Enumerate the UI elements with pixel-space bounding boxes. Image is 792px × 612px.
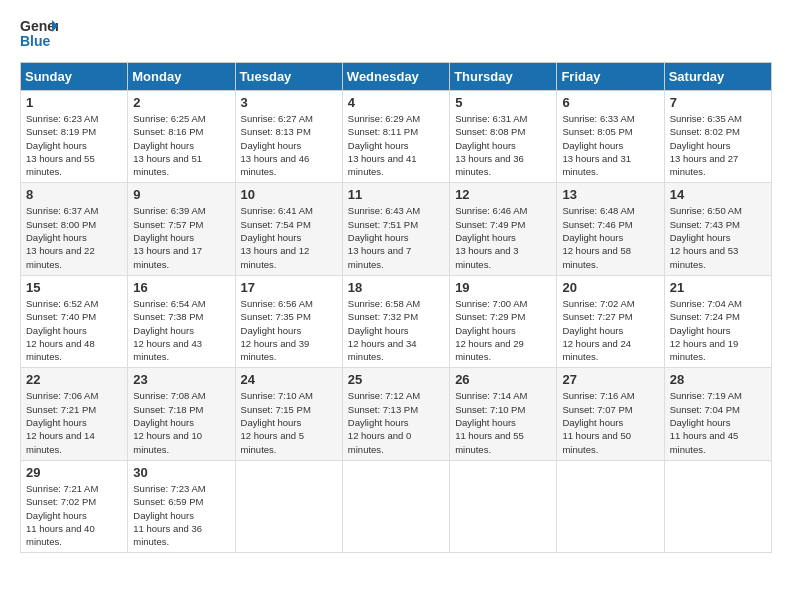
day-number: 9 bbox=[133, 187, 229, 202]
day-cell-26: 26 Sunrise: 7:14 AM Sunset: 7:10 PM Dayl… bbox=[450, 368, 557, 460]
day-number: 27 bbox=[562, 372, 658, 387]
day-header-friday: Friday bbox=[557, 63, 664, 91]
day-cell-4: 4 Sunrise: 6:29 AM Sunset: 8:11 PM Dayli… bbox=[342, 91, 449, 183]
svg-text:Blue: Blue bbox=[20, 33, 51, 49]
day-info: Sunrise: 7:16 AM Sunset: 7:07 PM Dayligh… bbox=[562, 389, 658, 455]
day-cell-20: 20 Sunrise: 7:02 AM Sunset: 7:27 PM Dayl… bbox=[557, 275, 664, 367]
day-info: Sunrise: 6:29 AM Sunset: 8:11 PM Dayligh… bbox=[348, 112, 444, 178]
day-info: Sunrise: 6:23 AM Sunset: 8:19 PM Dayligh… bbox=[26, 112, 122, 178]
day-info: Sunrise: 6:35 AM Sunset: 8:02 PM Dayligh… bbox=[670, 112, 766, 178]
day-cell-13: 13 Sunrise: 6:48 AM Sunset: 7:46 PM Dayl… bbox=[557, 183, 664, 275]
day-info: Sunrise: 6:56 AM Sunset: 7:35 PM Dayligh… bbox=[241, 297, 337, 363]
day-number: 26 bbox=[455, 372, 551, 387]
day-header-tuesday: Tuesday bbox=[235, 63, 342, 91]
week-row-2: 8 Sunrise: 6:37 AM Sunset: 8:00 PM Dayli… bbox=[21, 183, 772, 275]
day-info: Sunrise: 6:27 AM Sunset: 8:13 PM Dayligh… bbox=[241, 112, 337, 178]
day-info: Sunrise: 7:12 AM Sunset: 7:13 PM Dayligh… bbox=[348, 389, 444, 455]
day-header-thursday: Thursday bbox=[450, 63, 557, 91]
day-info: Sunrise: 7:04 AM Sunset: 7:24 PM Dayligh… bbox=[670, 297, 766, 363]
empty-cell bbox=[342, 460, 449, 552]
day-cell-24: 24 Sunrise: 7:10 AM Sunset: 7:15 PM Dayl… bbox=[235, 368, 342, 460]
day-cell-17: 17 Sunrise: 6:56 AM Sunset: 7:35 PM Dayl… bbox=[235, 275, 342, 367]
day-number: 29 bbox=[26, 465, 122, 480]
day-cell-9: 9 Sunrise: 6:39 AM Sunset: 7:57 PM Dayli… bbox=[128, 183, 235, 275]
week-row-5: 29 Sunrise: 7:21 AM Sunset: 7:02 PM Dayl… bbox=[21, 460, 772, 552]
day-cell-5: 5 Sunrise: 6:31 AM Sunset: 8:08 PM Dayli… bbox=[450, 91, 557, 183]
day-number: 3 bbox=[241, 95, 337, 110]
day-number: 11 bbox=[348, 187, 444, 202]
day-number: 5 bbox=[455, 95, 551, 110]
empty-cell bbox=[235, 460, 342, 552]
day-cell-8: 8 Sunrise: 6:37 AM Sunset: 8:00 PM Dayli… bbox=[21, 183, 128, 275]
day-cell-12: 12 Sunrise: 6:46 AM Sunset: 7:49 PM Dayl… bbox=[450, 183, 557, 275]
day-info: Sunrise: 6:54 AM Sunset: 7:38 PM Dayligh… bbox=[133, 297, 229, 363]
day-number: 4 bbox=[348, 95, 444, 110]
day-cell-18: 18 Sunrise: 6:58 AM Sunset: 7:32 PM Dayl… bbox=[342, 275, 449, 367]
day-info: Sunrise: 6:37 AM Sunset: 8:00 PM Dayligh… bbox=[26, 204, 122, 270]
day-number: 21 bbox=[670, 280, 766, 295]
empty-cell bbox=[450, 460, 557, 552]
week-row-4: 22 Sunrise: 7:06 AM Sunset: 7:21 PM Dayl… bbox=[21, 368, 772, 460]
day-info: Sunrise: 6:41 AM Sunset: 7:54 PM Dayligh… bbox=[241, 204, 337, 270]
header: General Blue bbox=[20, 16, 772, 52]
day-number: 7 bbox=[670, 95, 766, 110]
day-info: Sunrise: 6:46 AM Sunset: 7:49 PM Dayligh… bbox=[455, 204, 551, 270]
day-number: 10 bbox=[241, 187, 337, 202]
day-info: Sunrise: 7:21 AM Sunset: 7:02 PM Dayligh… bbox=[26, 482, 122, 548]
days-header-row: SundayMondayTuesdayWednesdayThursdayFrid… bbox=[21, 63, 772, 91]
day-cell-22: 22 Sunrise: 7:06 AM Sunset: 7:21 PM Dayl… bbox=[21, 368, 128, 460]
day-cell-19: 19 Sunrise: 7:00 AM Sunset: 7:29 PM Dayl… bbox=[450, 275, 557, 367]
day-info: Sunrise: 6:52 AM Sunset: 7:40 PM Dayligh… bbox=[26, 297, 122, 363]
day-info: Sunrise: 6:33 AM Sunset: 8:05 PM Dayligh… bbox=[562, 112, 658, 178]
day-number: 1 bbox=[26, 95, 122, 110]
day-cell-3: 3 Sunrise: 6:27 AM Sunset: 8:13 PM Dayli… bbox=[235, 91, 342, 183]
day-cell-25: 25 Sunrise: 7:12 AM Sunset: 7:13 PM Dayl… bbox=[342, 368, 449, 460]
day-info: Sunrise: 7:02 AM Sunset: 7:27 PM Dayligh… bbox=[562, 297, 658, 363]
day-number: 15 bbox=[26, 280, 122, 295]
day-info: Sunrise: 6:25 AM Sunset: 8:16 PM Dayligh… bbox=[133, 112, 229, 178]
day-number: 18 bbox=[348, 280, 444, 295]
day-cell-23: 23 Sunrise: 7:08 AM Sunset: 7:18 PM Dayl… bbox=[128, 368, 235, 460]
day-info: Sunrise: 7:00 AM Sunset: 7:29 PM Dayligh… bbox=[455, 297, 551, 363]
day-number: 12 bbox=[455, 187, 551, 202]
day-number: 25 bbox=[348, 372, 444, 387]
day-info: Sunrise: 7:14 AM Sunset: 7:10 PM Dayligh… bbox=[455, 389, 551, 455]
empty-cell bbox=[557, 460, 664, 552]
day-number: 6 bbox=[562, 95, 658, 110]
day-cell-29: 29 Sunrise: 7:21 AM Sunset: 7:02 PM Dayl… bbox=[21, 460, 128, 552]
day-cell-6: 6 Sunrise: 6:33 AM Sunset: 8:05 PM Dayli… bbox=[557, 91, 664, 183]
day-info: Sunrise: 7:06 AM Sunset: 7:21 PM Dayligh… bbox=[26, 389, 122, 455]
calendar-table: SundayMondayTuesdayWednesdayThursdayFrid… bbox=[20, 62, 772, 553]
day-number: 22 bbox=[26, 372, 122, 387]
day-number: 24 bbox=[241, 372, 337, 387]
day-info: Sunrise: 7:19 AM Sunset: 7:04 PM Dayligh… bbox=[670, 389, 766, 455]
day-info: Sunrise: 6:58 AM Sunset: 7:32 PM Dayligh… bbox=[348, 297, 444, 363]
day-number: 19 bbox=[455, 280, 551, 295]
day-number: 13 bbox=[562, 187, 658, 202]
day-number: 2 bbox=[133, 95, 229, 110]
day-cell-15: 15 Sunrise: 6:52 AM Sunset: 7:40 PM Dayl… bbox=[21, 275, 128, 367]
day-cell-27: 27 Sunrise: 7:16 AM Sunset: 7:07 PM Dayl… bbox=[557, 368, 664, 460]
day-cell-21: 21 Sunrise: 7:04 AM Sunset: 7:24 PM Dayl… bbox=[664, 275, 771, 367]
day-number: 8 bbox=[26, 187, 122, 202]
day-cell-30: 30 Sunrise: 7:23 AM Sunset: 6:59 PM Dayl… bbox=[128, 460, 235, 552]
logo-svg: General Blue bbox=[20, 16, 58, 52]
day-info: Sunrise: 6:31 AM Sunset: 8:08 PM Dayligh… bbox=[455, 112, 551, 178]
day-cell-2: 2 Sunrise: 6:25 AM Sunset: 8:16 PM Dayli… bbox=[128, 91, 235, 183]
day-header-wednesday: Wednesday bbox=[342, 63, 449, 91]
day-info: Sunrise: 6:50 AM Sunset: 7:43 PM Dayligh… bbox=[670, 204, 766, 270]
page-container: General Blue SundayMondayTuesdayWednesda… bbox=[0, 0, 792, 565]
day-header-sunday: Sunday bbox=[21, 63, 128, 91]
day-cell-10: 10 Sunrise: 6:41 AM Sunset: 7:54 PM Dayl… bbox=[235, 183, 342, 275]
week-row-3: 15 Sunrise: 6:52 AM Sunset: 7:40 PM Dayl… bbox=[21, 275, 772, 367]
day-number: 20 bbox=[562, 280, 658, 295]
day-info: Sunrise: 6:48 AM Sunset: 7:46 PM Dayligh… bbox=[562, 204, 658, 270]
day-number: 16 bbox=[133, 280, 229, 295]
day-info: Sunrise: 6:39 AM Sunset: 7:57 PM Dayligh… bbox=[133, 204, 229, 270]
day-cell-11: 11 Sunrise: 6:43 AM Sunset: 7:51 PM Dayl… bbox=[342, 183, 449, 275]
day-number: 14 bbox=[670, 187, 766, 202]
day-cell-7: 7 Sunrise: 6:35 AM Sunset: 8:02 PM Dayli… bbox=[664, 91, 771, 183]
day-info: Sunrise: 6:43 AM Sunset: 7:51 PM Dayligh… bbox=[348, 204, 444, 270]
empty-cell bbox=[664, 460, 771, 552]
day-number: 17 bbox=[241, 280, 337, 295]
